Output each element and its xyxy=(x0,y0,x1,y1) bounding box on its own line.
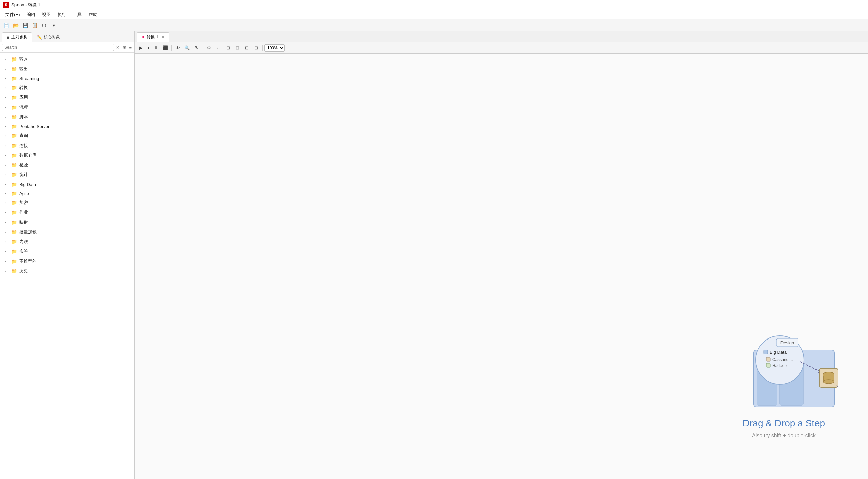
canvas-area[interactable]: Design Big Data Cassandr... Hadoop xyxy=(135,54,868,479)
search-clear-button[interactable]: ✕ xyxy=(116,44,121,51)
layout-grid-button[interactable]: ⊞ xyxy=(122,44,127,51)
toolbar-new-button[interactable]: 📄 xyxy=(2,21,11,30)
menu-item-edit[interactable]: 编辑 xyxy=(23,11,39,19)
tree-item-agile[interactable]: › 📁 Agile xyxy=(1,189,133,198)
toolbar-save-button[interactable]: 💾 xyxy=(21,21,30,30)
tree-item-deprecated[interactable]: › 📁 不推荐的 xyxy=(1,256,133,266)
tab-label: 转换 1 xyxy=(147,34,158,40)
left-tab-bar: ⊞ 主对象树✏️ 核心对象 xyxy=(0,31,134,42)
tree-chevron: › xyxy=(5,153,9,157)
tree-chevron: › xyxy=(5,86,9,90)
tree-chevron: › xyxy=(5,67,9,71)
tree-chevron: › xyxy=(5,77,9,80)
tree-item-label: 历史 xyxy=(19,268,28,274)
tree-item-connect[interactable]: › 📁 连接 xyxy=(1,141,133,150)
menu-item-tools[interactable]: 工具 xyxy=(70,11,85,19)
folder-icon: 📁 xyxy=(11,239,17,244)
tree-item-label: 加密 xyxy=(19,200,28,206)
tree-item-experiment[interactable]: › 📁 实验 xyxy=(1,247,133,256)
layout-list-button[interactable]: ≡ xyxy=(128,44,132,51)
toolbar-open-button[interactable]: 📂 xyxy=(11,21,20,30)
svg-text:Big Data: Big Data xyxy=(770,350,787,355)
tree-chevron: › xyxy=(5,106,9,109)
tree-item-transform[interactable]: › 📁 转换 xyxy=(1,83,133,93)
tree-item-label: 批量加载 xyxy=(19,229,37,235)
toolbar-layers-button[interactable]: ⬡ xyxy=(40,21,49,30)
distribute-button[interactable]: ⊡ xyxy=(242,44,251,53)
tree-chevron: › xyxy=(5,182,9,186)
toolbar-dropdown-button[interactable]: ▾ xyxy=(49,21,58,30)
folder-icon: 📁 xyxy=(11,76,17,81)
folder-icon: 📁 xyxy=(11,181,17,187)
tree-item-label: Big Data xyxy=(19,182,36,187)
search-input[interactable] xyxy=(2,44,114,51)
transform-tab[interactable]: ❖ 转换 1 ✕ xyxy=(137,32,169,42)
tree-item-script[interactable]: › 📁 脚本 xyxy=(1,112,133,122)
tree-chevron: › xyxy=(5,240,9,244)
play-dropdown-button[interactable]: ▾ xyxy=(146,44,151,53)
tree-chevron: › xyxy=(5,163,9,167)
tree-item-label: 检验 xyxy=(19,162,28,168)
tree-item-validate[interactable]: › 📁 检验 xyxy=(1,160,133,170)
menu-item-run[interactable]: 执行 xyxy=(54,11,70,19)
dnd-illustration: Design Big Data Cassandr... Hadoop xyxy=(726,323,841,439)
preview-button[interactable]: 👁 xyxy=(173,44,182,53)
folder-icon: 📁 xyxy=(11,249,17,254)
debug-button[interactable]: 🔍 xyxy=(183,44,191,53)
folder-icon: 📁 xyxy=(11,105,17,110)
tree-chevron: › xyxy=(5,211,9,214)
tree-item-flow[interactable]: › 📁 流程 xyxy=(1,103,133,112)
tree-item-label: 内联 xyxy=(19,239,28,245)
tree-item-innerlink[interactable]: › 📁 内联 xyxy=(1,237,133,246)
step-metrics-button[interactable]: ⚙ xyxy=(205,44,213,53)
tree-item-bulkload[interactable]: › 📁 批量加载 xyxy=(1,227,133,237)
toolbar-saveas-button[interactable]: 📋 xyxy=(30,21,39,30)
tree-item-job[interactable]: › 📁 作业 xyxy=(1,208,133,217)
app-icon: S xyxy=(3,2,9,8)
pause-button[interactable]: ⏸ xyxy=(151,44,160,53)
tab-icon: ⊞ xyxy=(6,35,10,40)
menu-item-file[interactable]: 文件(F) xyxy=(2,11,23,19)
tab-icon: ✏️ xyxy=(37,35,42,40)
tree-item-stats[interactable]: › 📁 统计 xyxy=(1,170,133,179)
tree-item-input[interactable]: › 📁 输入 xyxy=(1,55,133,64)
tree-chevron: › xyxy=(5,144,9,147)
hop-button[interactable]: ↔ xyxy=(214,44,223,53)
menu-item-view[interactable]: 视图 xyxy=(39,11,54,19)
tree-item-label: 映射 xyxy=(19,219,28,225)
left-tab-main-object-tree[interactable]: ⊞ 主对象树 xyxy=(2,32,32,42)
tree-item-query[interactable]: › 📁 查询 xyxy=(1,131,133,140)
align-left-button[interactable]: ⊞ xyxy=(223,44,232,53)
tab-close-button[interactable]: ✕ xyxy=(161,35,164,39)
folder-icon: 📁 xyxy=(11,66,17,72)
play-button[interactable]: ▶ xyxy=(137,44,145,53)
tree-item-label: 数据仓库 xyxy=(19,152,37,158)
stop-button[interactable]: ⬛ xyxy=(161,44,169,53)
left-tab-core-object[interactable]: ✏️ 核心对象 xyxy=(33,32,64,42)
tree-chevron: › xyxy=(5,192,9,195)
window-title: Spoon - 转换 1 xyxy=(11,2,40,8)
tree-item-mapping[interactable]: › 📁 映射 xyxy=(1,217,133,227)
tree-item-history[interactable]: › 📁 历史 xyxy=(1,266,133,276)
tree-item-label: 输出 xyxy=(19,66,28,72)
menu-item-help[interactable]: 帮助 xyxy=(85,11,101,19)
tree-chevron: › xyxy=(5,269,9,273)
tree-item-datawarehouse[interactable]: › 📁 数据仓库 xyxy=(1,150,133,160)
tree-chevron: › xyxy=(5,125,9,128)
replay-button[interactable]: ↻ xyxy=(192,44,201,53)
tree-item-encrypt[interactable]: › 📁 加密 xyxy=(1,198,133,207)
main-layout: ⊞ 主对象树✏️ 核心对象 ✕ ⊞ ≡ › 📁 输入› 📁 xyxy=(0,31,868,479)
tree-item-streaming[interactable]: › 📁 Streaming xyxy=(1,74,133,83)
tree-item-output[interactable]: › 📁 输出 xyxy=(1,64,133,74)
align-right-button[interactable]: ⊟ xyxy=(233,44,242,53)
tree-list: › 📁 输入› 📁 输出› 📁 Streaming› 📁 xyxy=(0,53,134,479)
tree-item-app[interactable]: › 📁 应用 xyxy=(1,93,133,102)
svg-rect-6 xyxy=(764,350,768,354)
tree-item-bigdata[interactable]: › 📁 Big Data xyxy=(1,180,133,189)
tree-chevron: › xyxy=(5,250,9,253)
zoom-select[interactable]: 100% 75% 50% 150% 200% xyxy=(264,44,285,52)
snap-button[interactable]: ⊟ xyxy=(252,44,260,53)
svg-text:Hadoop: Hadoop xyxy=(772,363,786,368)
tree-item-label: 统计 xyxy=(19,172,28,178)
tree-item-pentaho-server[interactable]: › 📁 Pentaho Server xyxy=(1,122,133,131)
